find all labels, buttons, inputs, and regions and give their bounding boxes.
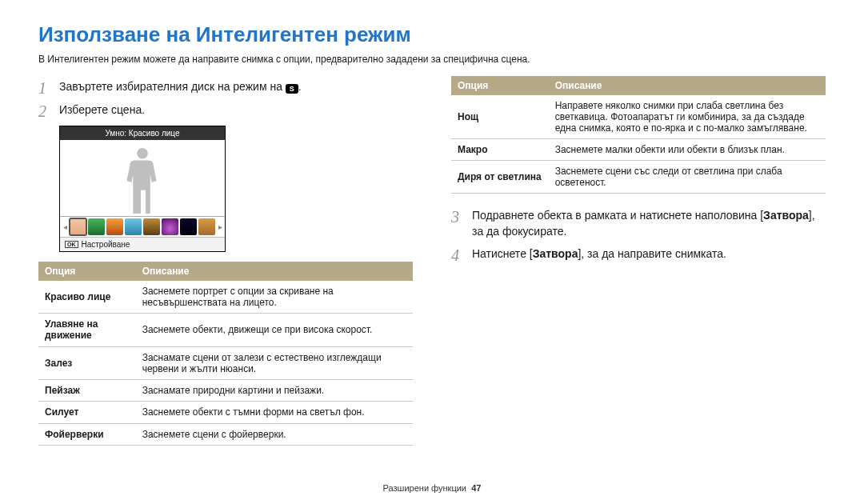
step-number: 2 (38, 102, 53, 119)
option-name: Залез (38, 346, 136, 379)
option-description: Направете няколко снимки при слаба светл… (549, 95, 826, 139)
step-3-bold: Затвора (763, 209, 809, 222)
col-description: Описание (136, 262, 413, 281)
option-description: Заснемете сцени с фойерверки. (136, 423, 413, 445)
page-title: Използване на Интелигентен режим (38, 22, 826, 47)
right-column: Опция Описание НощНаправете няколко сним… (451, 76, 826, 446)
scene-thumb[interactable] (88, 218, 105, 235)
step-3-text-pre: Подравнете обекта в рамката и натиснете … (472, 209, 763, 222)
option-description: Заснемете портрет с опции за скриване на… (136, 281, 413, 314)
screen-body (60, 140, 225, 216)
table-row: ПейзажЗаснамате природни картини и пейза… (38, 379, 413, 401)
scene-thumb[interactable] (198, 218, 215, 235)
options-table-right: Опция Описание НощНаправете няколко сним… (451, 76, 826, 194)
screen-footer: OK Настройване (60, 237, 225, 251)
table-row: Красиво лицеЗаснемете портрет с опции за… (38, 281, 413, 314)
camera-screen-mock: Умно: Красиво лице ◂ ▸ (59, 126, 227, 252)
col-option: Опция (38, 262, 136, 281)
table-row: НощНаправете няколко снимки при слаба св… (451, 95, 826, 139)
option-description: Заснамате сцени от залези с естествено и… (136, 346, 413, 379)
option-name: Фойерверки (38, 423, 136, 445)
step-number: 4 (451, 246, 466, 263)
table-row: Диря от светлинаЗаснемете сцени със след… (451, 161, 826, 194)
footer-page-number: 47 (471, 483, 481, 493)
page-footer: Разширени функции 47 (0, 483, 864, 493)
option-name: Нощ (451, 95, 549, 139)
scroll-right-icon[interactable]: ▸ (217, 222, 223, 231)
ok-indicator-icon: OK (65, 241, 78, 248)
screen-header: Умно: Красиво лице (60, 126, 225, 140)
scroll-left-icon[interactable]: ◂ (62, 222, 68, 231)
table-row: ЗалезЗаснамате сцени от залези с естеств… (38, 346, 413, 379)
scene-thumb[interactable] (180, 218, 197, 235)
step-4: 4 Натиснете [Затвора], за да направите с… (451, 246, 826, 263)
step-2: 2 Изберете сцена. (38, 102, 413, 119)
col-option: Опция (451, 76, 549, 95)
step-4-text-post: ], за да направите снимката. (578, 247, 726, 260)
step-1: 1 Завъртете избирателния диск на режим н… (38, 79, 413, 96)
step-number: 1 (38, 79, 53, 96)
option-description: Заснемете обекти с тъмни форми на светъл… (136, 402, 413, 423)
person-silhouette-icon (118, 145, 166, 215)
table-row: Улавяне на движениеЗаснемете обекти, дви… (38, 314, 413, 347)
step-4-text-pre: Натиснете [ (472, 247, 533, 260)
mode-dial-icon: S (286, 84, 298, 94)
option-description: Заснамате природни картини и пейзажи. (136, 379, 413, 401)
step-1-text-post: . (298, 80, 302, 93)
intro-text: В Интелигентен режим можете да направите… (38, 54, 826, 65)
option-name: Диря от светлина (451, 161, 549, 194)
option-name: Красиво лице (38, 281, 136, 314)
screen-footer-label: Настройване (82, 240, 130, 249)
step-number: 3 (451, 208, 466, 239)
left-column: 1 Завъртете избирателния диск на режим н… (38, 76, 413, 446)
table-row: СилуетЗаснемете обекти с тъмни форми на … (38, 402, 413, 423)
option-name: Макро (451, 139, 549, 161)
step-1-text-pre: Завъртете избирателния диск на режим на (59, 80, 286, 93)
step-3: 3 Подравнете обекта в рамката и натиснет… (451, 208, 826, 239)
step-4-bold: Затвора (533, 247, 578, 260)
scene-thumbs-row: ◂ ▸ (60, 216, 225, 237)
option-description: Заснемете обекти, движещи се при висока … (136, 314, 413, 347)
scene-thumb[interactable] (162, 218, 178, 235)
col-description: Описание (549, 76, 826, 95)
option-name: Пейзаж (38, 379, 136, 401)
scene-thumb[interactable] (106, 218, 123, 235)
step-2-text: Изберете сцена. (59, 102, 145, 119)
table-row: ФойерверкиЗаснемете сцени с фойерверки. (38, 423, 413, 445)
option-name: Силует (38, 402, 136, 423)
table-row: МакроЗаснемете малки обекти или обекти в… (451, 139, 826, 161)
option-name: Улавяне на движение (38, 314, 136, 347)
option-description: Заснемете малки обекти или обекти в близ… (549, 139, 826, 161)
options-table-left: Опция Описание Красиво лицеЗаснемете пор… (38, 262, 413, 446)
scene-thumb[interactable] (70, 218, 86, 235)
scene-thumb[interactable] (143, 218, 160, 235)
scene-thumb[interactable] (125, 218, 142, 235)
footer-section: Разширени функции (383, 483, 466, 493)
option-description: Заснемете сцени със следи от светлина пр… (549, 161, 826, 194)
